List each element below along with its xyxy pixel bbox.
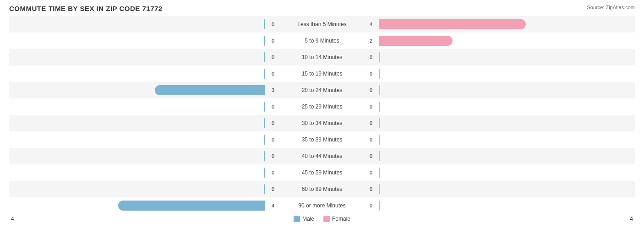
female-value: 0 — [368, 104, 379, 109]
female-bar — [379, 19, 526, 29]
row-label: 25 to 29 Minutes — [276, 103, 368, 110]
left-part: 0 — [9, 98, 276, 115]
female-value: 0 — [368, 71, 379, 76]
female-bar-container — [379, 36, 635, 46]
female-bar-container — [379, 184, 635, 194]
right-part: 0 — [368, 148, 635, 164]
female-bar — [379, 118, 380, 128]
male-value: 0 — [265, 186, 276, 192]
female-value: 4 — [368, 22, 379, 27]
male-value: 0 — [265, 170, 276, 175]
bar-section: 0 35 to 39 Minutes 0 — [9, 131, 635, 148]
female-bar — [379, 151, 380, 161]
axis-right-val: 4 — [630, 216, 633, 222]
chart-container: COMMUTE TIME BY SEX IN ZIP CODE 71772 So… — [0, 0, 644, 239]
left-part: 3 — [9, 82, 276, 98]
male-bar-container — [9, 135, 265, 145]
female-bar-container — [379, 168, 635, 178]
left-part: 0 — [9, 65, 276, 82]
bar-row: 0 10 to 14 Minutes 0 — [9, 49, 635, 65]
male-bar-container — [9, 19, 265, 29]
female-bar — [379, 135, 380, 145]
bar-row: 0 25 to 29 Minutes 0 — [9, 98, 635, 115]
bar-row: 0 45 to 59 Minutes 0 — [9, 164, 635, 181]
male-bar-container — [9, 52, 265, 62]
female-value: 0 — [368, 186, 379, 192]
legend-female-label: Female — [332, 216, 350, 222]
female-bar — [379, 184, 380, 194]
male-bar-container — [9, 118, 265, 128]
title-row: COMMUTE TIME BY SEX IN ZIP CODE 71772 So… — [9, 5, 635, 12]
row-label: 90 or more Minutes — [276, 202, 368, 209]
bar-row: 0 30 to 34 Minutes 0 — [9, 115, 635, 131]
row-label: 20 to 24 Minutes — [276, 87, 368, 93]
source-text: Source: ZipAtlas.com — [587, 5, 635, 10]
right-part: 0 — [368, 181, 635, 197]
right-part: 2 — [368, 33, 635, 49]
male-bar-container — [9, 85, 265, 95]
female-bar-container — [379, 69, 635, 79]
right-part: 0 — [368, 164, 635, 181]
male-value: 0 — [265, 153, 276, 159]
bottom-row: 4 Male Female 4 — [9, 216, 635, 222]
left-part: 4 — [9, 197, 276, 214]
row-label: 60 to 89 Minutes — [276, 186, 368, 192]
male-value: 0 — [265, 54, 276, 60]
bar-row: 0 40 to 44 Minutes 0 — [9, 148, 635, 164]
bar-section: 0 45 to 59 Minutes 0 — [9, 164, 635, 181]
male-bar-container — [9, 168, 265, 178]
left-part: 0 — [9, 16, 276, 33]
legend-female-box — [323, 216, 330, 222]
legend-male-label: Male — [302, 216, 314, 222]
female-bar-container — [379, 52, 635, 62]
male-value: 0 — [265, 120, 276, 126]
female-value: 0 — [368, 87, 379, 93]
female-bar-container — [379, 102, 635, 112]
bar-section: 0 60 to 89 Minutes 0 — [9, 181, 635, 197]
bar-section: 3 20 to 24 Minutes 0 — [9, 82, 635, 98]
left-part: 0 — [9, 49, 276, 65]
left-part: 0 — [9, 148, 276, 164]
bar-section: 4 90 or more Minutes 0 — [9, 197, 635, 214]
legend-male: Male — [294, 216, 314, 222]
male-value: 0 — [265, 137, 276, 142]
legend-male-box — [294, 216, 300, 222]
left-part: 0 — [9, 131, 276, 148]
bar-section: 0 10 to 14 Minutes 0 — [9, 49, 635, 65]
bar-row: 0 15 to 19 Minutes 0 — [9, 65, 635, 82]
legend-female: Female — [323, 216, 350, 222]
bar-row: 0 60 to 89 Minutes 0 — [9, 181, 635, 197]
male-value: 0 — [265, 38, 276, 43]
male-value: 3 — [265, 87, 276, 93]
left-part: 0 — [9, 181, 276, 197]
female-bar — [379, 102, 380, 112]
female-bar — [379, 52, 380, 62]
female-bar — [379, 69, 380, 79]
male-bar — [118, 201, 265, 211]
female-bar-container — [379, 118, 635, 128]
male-value: 0 — [265, 22, 276, 27]
female-bar — [379, 36, 453, 46]
female-value: 2 — [368, 38, 379, 43]
female-bar-container — [379, 19, 635, 29]
legend: Male Female — [294, 216, 350, 222]
male-bar-container — [9, 36, 265, 46]
axis-left-val: 4 — [11, 216, 14, 222]
female-value: 0 — [368, 170, 379, 175]
bar-row: 4 90 or more Minutes 0 — [9, 197, 635, 214]
female-bar-container — [379, 201, 635, 211]
right-part: 0 — [368, 82, 635, 98]
female-bar-container — [379, 85, 635, 95]
row-label: 45 to 59 Minutes — [276, 169, 368, 176]
female-bar-container — [379, 151, 635, 161]
bar-section: 0 40 to 44 Minutes 0 — [9, 148, 635, 164]
chart-title: COMMUTE TIME BY SEX IN ZIP CODE 71772 — [9, 5, 163, 12]
female-value: 0 — [368, 203, 379, 208]
left-part: 0 — [9, 115, 276, 131]
bar-section: 0 15 to 19 Minutes 0 — [9, 65, 635, 82]
male-bar — [155, 85, 265, 95]
bar-section: 0 30 to 34 Minutes 0 — [9, 115, 635, 131]
bar-section: 0 25 to 29 Minutes 0 — [9, 98, 635, 115]
bar-section: 0 Less than 5 Minutes 4 — [9, 16, 635, 33]
bar-row: 3 20 to 24 Minutes 0 — [9, 82, 635, 98]
